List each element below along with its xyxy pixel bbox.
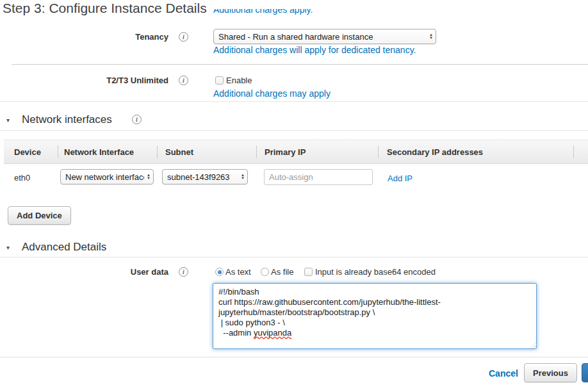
section-divider <box>0 130 588 131</box>
as-file-radio-label: As file <box>271 267 293 277</box>
section-divider <box>0 257 588 257</box>
advanced-details-collapse-icon[interactable]: ▾ <box>6 244 10 251</box>
enable-checkbox-label: Enable <box>226 76 252 85</box>
column-divider <box>157 145 158 158</box>
device-cell: eth0 <box>14 173 30 183</box>
section-divider <box>12 64 588 65</box>
network-interfaces-collapse-icon[interactable]: ▾ <box>6 117 10 124</box>
tenancy-info-icon[interactable]: i <box>179 32 188 42</box>
select-stepper-icon: ▲▼ <box>238 174 245 180</box>
select-stepper-icon: ▲▼ <box>427 33 433 40</box>
footer-divider <box>0 357 588 357</box>
page-title: Step 3: Configure Instance Details <box>3 1 207 16</box>
primary-ip-input[interactable] <box>264 169 373 185</box>
base64-encoded-checkbox[interactable] <box>304 268 313 276</box>
as-text-radio-label: As text <box>225 267 251 277</box>
user-data-info-icon[interactable]: i <box>179 267 188 277</box>
network-interface-select[interactable]: New network interface ▲▼ <box>60 169 154 184</box>
section-divider <box>0 101 588 102</box>
cancel-link[interactable]: Cancel <box>489 368 518 379</box>
enable-unlimited-checkbox[interactable] <box>215 76 224 85</box>
column-divider <box>58 145 58 158</box>
add-device-button[interactable]: Add Device <box>8 206 71 225</box>
t2t3-unlimited-label: T2/T3 Unlimited <box>0 76 168 85</box>
network-interface-select-value: New network interface <box>65 172 144 182</box>
additional-charges-apply-link[interactable]: Additional charges apply. <box>213 9 354 15</box>
column-header-network-interface: Network Interface <box>64 147 134 157</box>
additional-charges-may-apply-link[interactable]: Additional charges may apply <box>213 88 331 99</box>
previous-button[interactable]: Previous <box>524 363 577 382</box>
column-header-secondary-ip: Secondary IP addresses <box>387 147 483 157</box>
column-header-primary-ip: Primary IP <box>265 147 306 157</box>
network-interfaces-section-title: Network interfaces <box>22 113 112 126</box>
network-interfaces-info-icon[interactable]: i <box>132 115 142 124</box>
user-data-textarea[interactable]: #!/bin/bash curl https://raw.githubuserc… <box>213 283 537 349</box>
select-stepper-icon: ▲▼ <box>144 174 151 180</box>
advanced-details-section-title: Advanced Details <box>22 241 106 254</box>
base64-checkbox-label: Input is already base64 encoded <box>315 267 436 277</box>
configure-instance-page: Step 3: Configure Instance Details Addit… <box>0 0 588 383</box>
user-data-label: User data <box>0 267 168 277</box>
column-header-device: Device <box>14 147 41 157</box>
tenancy-select[interactable]: Shared - Run a shared hardware instance … <box>213 29 436 44</box>
column-divider <box>378 145 379 158</box>
dedicated-tenancy-charges-link[interactable]: Additional charges will apply for dedica… <box>213 45 416 55</box>
network-interfaces-table-header: Device Network Interface Subnet Primary … <box>4 140 588 164</box>
as-file-radio[interactable] <box>261 268 269 276</box>
subnet-select-value: subnet-143f9263 <box>167 172 238 182</box>
column-divider <box>573 145 574 158</box>
clipped-scroll-region: Additional charges apply. <box>213 9 354 20</box>
next-review-button[interactable] <box>582 363 588 382</box>
radio-selected-dot <box>218 270 222 274</box>
t2t3-info-icon[interactable]: i <box>179 76 188 85</box>
column-header-subnet: Subnet <box>165 147 193 157</box>
subnet-select[interactable]: subnet-143f9263 ▲▼ <box>162 169 248 184</box>
as-text-radio[interactable] <box>215 268 224 276</box>
tenancy-label: Tenancy <box>0 32 168 42</box>
tenancy-select-value: Shared - Run a shared hardware instance <box>218 32 427 42</box>
column-divider <box>256 145 257 158</box>
add-ip-link[interactable]: Add IP <box>388 174 412 183</box>
